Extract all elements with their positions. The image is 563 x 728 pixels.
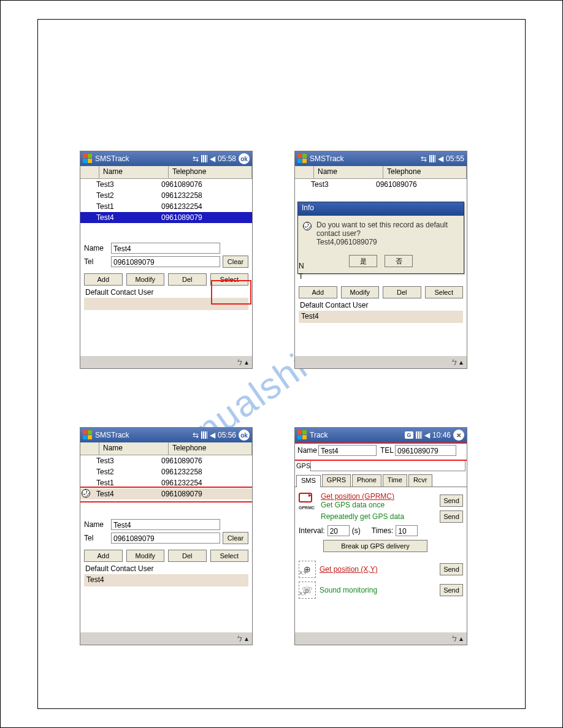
- select-button[interactable]: Select: [425, 286, 464, 298]
- interval-input[interactable]: 20: [327, 525, 350, 536]
- clear-button[interactable]: Clear: [223, 256, 248, 268]
- send-button[interactable]: Send: [440, 510, 463, 523]
- screen-smstrack-info-dialog: SMSTrack ⇆ ◀ 05:55 Name Telephone Test3: [294, 151, 467, 369]
- sound-monitoring-text: Sound monitoring: [320, 586, 436, 594]
- send-button[interactable]: Send: [440, 584, 463, 596]
- ok-button[interactable]: ok: [239, 430, 250, 441]
- signal-icon: [416, 431, 422, 439]
- name-input[interactable]: Test4: [111, 519, 220, 530]
- select-button[interactable]: Select: [210, 550, 249, 562]
- break-delivery-button[interactable]: Break up GPS delivery: [323, 540, 427, 552]
- up-icon[interactable]: ▴: [459, 358, 463, 366]
- footer: ㄅ ▴: [80, 631, 252, 645]
- titlebar: Track G ◀ 10:46 ✕: [295, 428, 467, 442]
- dialog-text: Do you want to set this record as defaul…: [316, 221, 459, 246]
- volume-icon: ◀: [210, 154, 215, 163]
- keyboard-icon[interactable]: ㄅ: [236, 357, 243, 368]
- name-input[interactable]: Test4: [111, 243, 220, 254]
- tab-gprs[interactable]: GPRS: [322, 474, 351, 487]
- volume-icon: ◀: [438, 154, 443, 163]
- col-telephone: Telephone: [169, 166, 252, 178]
- modify-button[interactable]: Modify: [341, 286, 380, 298]
- app-title: SMSTrack: [95, 154, 129, 163]
- table-row[interactable]: Test1 0961232254: [80, 201, 252, 212]
- keyboard-icon[interactable]: ㄅ: [451, 357, 458, 368]
- signal-icon: [429, 155, 435, 162]
- footer: ㄅ ▴: [295, 631, 467, 645]
- cell-tel: 0961089079: [158, 490, 252, 498]
- table-row[interactable]: Test1 0961232254: [80, 477, 252, 488]
- cell-name: Test3: [93, 457, 158, 465]
- select-button[interactable]: Select: [210, 273, 249, 286]
- table-row[interactable]: Test3 0961089076: [80, 455, 252, 466]
- keyboard-icon[interactable]: ㄅ: [236, 634, 243, 644]
- app-title: Track: [310, 431, 328, 439]
- del-button[interactable]: Del: [168, 550, 207, 562]
- ok-button[interactable]: ok: [239, 153, 250, 164]
- up-icon[interactable]: ▴: [245, 358, 248, 366]
- tab-phone[interactable]: Phone: [352, 474, 381, 487]
- times-input[interactable]: 10: [396, 525, 418, 536]
- tel-input[interactable]: 0961089079: [111, 256, 220, 267]
- send-button[interactable]: Send: [440, 495, 463, 507]
- table-row-selected[interactable]: Test4 0961089079: [80, 212, 252, 223]
- add-button[interactable]: Add: [84, 273, 123, 286]
- sync-icon: ⇆: [193, 154, 199, 163]
- footer: ㄅ ▴: [80, 355, 252, 368]
- add-button[interactable]: Add: [299, 286, 337, 298]
- status-icons: ⇆ ◀ 05:56: [193, 431, 236, 439]
- modify-button[interactable]: Modify: [126, 273, 165, 286]
- cell-tel: 0961089079: [158, 213, 252, 222]
- name-input[interactable]: Test4: [318, 445, 377, 456]
- screen-smstrack-default-set: SMSTrack ⇆ ◀ 05:56 ok Name Telephone: [80, 427, 253, 645]
- col-telephone: Telephone: [383, 166, 467, 178]
- dialog-title: Info: [298, 202, 464, 216]
- col-name: Name: [99, 442, 169, 455]
- sync-icon: ⇆: [193, 431, 199, 439]
- get-position-gprmc-link[interactable]: Get position (GPRMC): [321, 492, 436, 501]
- close-button[interactable]: ✕: [453, 430, 464, 441]
- table-row[interactable]: Test3 0961089076: [80, 179, 252, 190]
- cell-tel: 0961232258: [158, 468, 252, 476]
- keyboard-icon[interactable]: ㄅ: [451, 634, 458, 644]
- get-position-xy-link[interactable]: Get position (X,Y): [320, 565, 436, 574]
- table-row[interactable]: Test2 0961232258: [80, 190, 252, 201]
- app-title: SMSTrack: [310, 154, 344, 163]
- tel-input[interactable]: 0961089079: [111, 533, 220, 544]
- gprmc-label: GPRMC: [299, 506, 315, 510]
- clock: 05:56: [218, 431, 236, 439]
- cell-name: Test3: [307, 180, 372, 189]
- cell-tel: 0961232258: [158, 191, 252, 200]
- cell-name: Test2: [93, 468, 158, 476]
- up-icon[interactable]: ▴: [245, 634, 248, 643]
- ball-icon: [82, 489, 90, 498]
- windows-logo-icon: [83, 430, 93, 440]
- col-telephone: Telephone: [169, 442, 252, 455]
- send-button[interactable]: Send: [440, 563, 463, 575]
- tel-label: Tel: [84, 534, 109, 542]
- signal-icon: [201, 431, 207, 439]
- table-row-default[interactable]: Test4 0961089079: [80, 488, 252, 499]
- tab-sms[interactable]: SMS: [296, 475, 321, 487]
- clear-button[interactable]: Clear: [223, 532, 248, 544]
- add-button[interactable]: Add: [84, 550, 123, 562]
- table-row[interactable]: Test3 0961089076: [295, 179, 467, 190]
- del-button[interactable]: Del: [168, 273, 207, 286]
- del-button[interactable]: Del: [383, 286, 421, 298]
- gps-input[interactable]: [310, 460, 465, 471]
- get-gps-once-text: Get GPS data once: [321, 501, 436, 509]
- col-name: Name: [99, 166, 169, 178]
- tel-input[interactable]: 0961089079: [395, 445, 456, 456]
- tab-time[interactable]: Time: [383, 474, 407, 487]
- clock: 10:46: [432, 431, 451, 439]
- tel-label: T: [299, 272, 323, 281]
- up-icon[interactable]: ▴: [459, 634, 463, 643]
- cell-tel: 0961232254: [158, 202, 252, 211]
- table-row[interactable]: Test2 0961232258: [80, 466, 252, 477]
- cell-name: Test2: [93, 191, 158, 200]
- modify-button[interactable]: Modify: [126, 550, 165, 562]
- tab-rcvr[interactable]: Rcvr: [408, 474, 432, 487]
- interval-label: Interval:: [299, 526, 325, 535]
- gprs-badge-icon: G: [405, 431, 413, 439]
- screen-smstrack-select: SMSTrack ⇆ ◀ 05:58 ok Name Telephone: [80, 151, 253, 369]
